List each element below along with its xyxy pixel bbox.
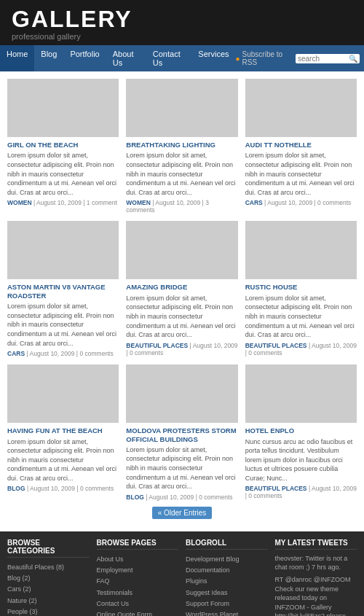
gallery-item-desc: Lorem ipsum dolor sit amet, consectetur … [126,294,237,340]
main-content: GIRL ON THE BEACH Lorem ipsum dolor sit … [0,71,364,531]
site-header: GALLERY professional gallery [0,0,364,45]
gallery-item-desc: Lorem ipsum dolor sit amet, consectetur … [7,437,119,483]
gallery-thumb[interactable] [126,364,237,423]
gallery-item: HAVING FUN AT THE BEACH Lorem ipsum dolo… [7,364,119,501]
gallery-item-title[interactable]: AUDI TT NOTHELLE [245,141,357,149]
footer-blog-link[interactable]: Documentation [186,565,268,576]
gallery-grid: GIRL ON THE BEACH Lorem ipsum dolor sit … [7,79,357,501]
gallery-thumb[interactable] [126,221,237,279]
tweet: theovster: Twitter is not a chat room ;)… [275,554,357,572]
gallery-item: AUDI TT NOTHELLE Lorem ipsum dolor sit a… [245,79,357,214]
rss-icon: ● [236,55,240,63]
footer-tweets-title: MY LATEST TWEETS [275,539,357,550]
footer-page-link[interactable]: FAQ [97,576,179,587]
gallery-item-title[interactable]: AMAZING BRIDGE [126,283,237,291]
footer-page-link[interactable]: Online Quote Form [97,609,179,616]
older-entries-link[interactable]: « Older Entries [152,507,213,519]
footer-page-link[interactable]: Contact Us [97,599,179,609]
gallery-item-desc: Lorem ipsum dolor sit amet, consectetur … [245,294,357,340]
gallery-item-title[interactable]: HOTEL ENPLО [245,426,357,434]
gallery-item-meta: BEAUTIFUL PLACES | August 10, 2009 | 0 c… [245,342,357,356]
search-box[interactable]: 🔍 [296,54,360,63]
subscribe-rss[interactable]: ● Subscribe to RSS [236,50,293,66]
gallery-item-desc: Lorem ipsum dolor sit amet, consectetur … [126,445,237,491]
nav-services[interactable]: Services [191,45,235,71]
site-title: GALLERY [12,7,352,31]
footer-cat-link[interactable]: Cars (2) [7,584,90,595]
gallery-item-meta: CARS | August 10, 2009 | 0 comments [245,199,357,206]
gallery-item: ASTON MARTIN V8 VANTAGE ROADSTER Lorem i… [7,221,119,357]
nav-blog[interactable]: Blog [34,45,63,71]
gallery-item-title[interactable]: ASTON MARTIN V8 VANTAGE ROADSTER [7,283,119,300]
gallery-item-title[interactable]: RUSTIC HOUSE [245,283,357,291]
footer-page-link[interactable]: Testimonials [97,588,179,599]
pagination: « Older Entries [7,508,357,517]
main-nav: Home Blog Portfolio About Us Contact Us … [0,45,364,71]
footer-tweets: MY LATEST TWEETS theovster: Twitter is n… [275,539,357,616]
gallery-item: AMAZING BRIDGE Lorem ipsum dolor sit ame… [126,221,237,357]
gallery-thumb[interactable] [245,79,357,137]
footer-blogroll: BLOGROLL Development Blog Documentation … [186,539,268,616]
footer-cat-link[interactable]: Beautiful Places (8) [7,562,90,573]
footer-categories-title: BROWSE CATEGORIES [7,539,90,558]
footer-grid: BROWSE CATEGORIES Beautiful Places (8) B… [7,539,357,616]
gallery-item-desc: Lorem ipsum dolor sit amet, consectetur … [7,302,119,348]
gallery-item-desc: Lorem ipsum dolor sit amet, consectetur … [126,151,237,197]
footer-cat-link[interactable]: People (3) [7,607,90,616]
gallery-item: BREATHTAKING LIGHTING Lorem ipsum dolor … [126,79,237,214]
gallery-item-desc: Lorem ipsum dolor sit amet, consectetur … [245,151,357,197]
footer: BROWSE CATEGORIES Beautiful Places (8) B… [0,531,364,616]
gallery-item-desc: Nunc cursus arcu ac odio faucibus et por… [245,437,357,483]
gallery-item-title[interactable]: BREATHTAKING LIGHTING [126,141,237,149]
footer-blog-link[interactable]: Development Blog [186,554,268,565]
footer-blog-link[interactable]: Suggest Ideas [186,588,268,599]
search-input[interactable] [298,55,349,63]
gallery-item-meta: WOMEN | August 10, 2009 | 3 comments [126,199,237,214]
footer-cat-link[interactable]: Blog (2) [7,573,90,584]
gallery-item: MOLDOVA PROTESTERS STORM OFFICIAL BUILDI… [126,364,237,501]
gallery-thumb[interactable] [7,79,119,137]
footer-blog-link[interactable]: Plugins [186,576,268,587]
footer-blogroll-title: BLOGROLL [186,539,268,550]
gallery-item: GIRL ON THE BEACH Lorem ipsum dolor sit … [7,79,119,214]
gallery-item: RUSTIC HOUSE Lorem ipsum dolor sit amet,… [245,221,357,357]
nav-portfolio[interactable]: Portfolio [63,45,106,71]
nav-contact[interactable]: Contact Us [146,45,192,71]
footer-blog-link[interactable]: Support Forum [186,599,268,609]
gallery-item: HOTEL ENPLО Nunc cursus arcu ac odio fau… [245,364,357,501]
search-icon[interactable]: 🔍 [349,55,357,63]
gallery-item-title[interactable]: HAVING FUN AT THE BEACH [7,426,119,434]
gallery-thumb[interactable] [126,79,237,137]
gallery-item-meta: WOMEN | August 10, 2009 | 1 comment [7,199,119,206]
gallery-item-meta: BLOG | August 10, 2009 | 0 comments [126,494,237,501]
gallery-item-title[interactable]: GIRL ON THE BEACH [7,141,119,149]
site-subtitle: professional gallery [12,32,352,41]
footer-categories: BROWSE CATEGORIES Beautiful Places (8) B… [7,539,90,616]
gallery-thumb[interactable] [7,221,119,279]
gallery-item-meta: BEAUTIFUL PLACES | August 10, 2009 | 0 c… [126,342,237,356]
footer-pages: BROWSE PAGES About Us Employment FAQ Tes… [97,539,179,616]
nav-about[interactable]: About Us [106,45,146,71]
nav-right: ● Subscribe to RSS 🔍 [236,50,364,66]
nav-home[interactable]: Home [0,45,34,71]
gallery-item-desc: Lorem ipsum dolor sit amet, consectetur … [7,151,119,197]
footer-cat-link[interactable]: Nature (2) [7,596,90,607]
gallery-item-title[interactable]: MOLDOVA PROTESTERS STORM OFFICIAL BUILDI… [126,426,237,443]
footer-page-link[interactable]: About Us [97,554,179,565]
gallery-thumb[interactable] [7,364,119,423]
gallery-thumb[interactable] [245,221,357,279]
gallery-item-meta: BLOG | August 10, 2009 | 0 comments [7,485,119,492]
nav-links: Home Blog Portfolio About Us Contact Us … [0,45,236,71]
tweet: RT @danroc @INFZOOM Check our new theme … [275,575,357,616]
gallery-item-meta: CARS | August 10, 2009 | 0 comments [7,350,119,357]
footer-page-link[interactable]: Employment [97,565,179,576]
footer-pages-title: BROWSE PAGES [97,539,179,550]
footer-blog-link[interactable]: WordPress Planet [186,609,268,616]
gallery-thumb[interactable] [245,364,357,423]
gallery-item-meta: BEAUTIFUL PLACES | August 10, 2009 | 0 c… [245,485,357,499]
